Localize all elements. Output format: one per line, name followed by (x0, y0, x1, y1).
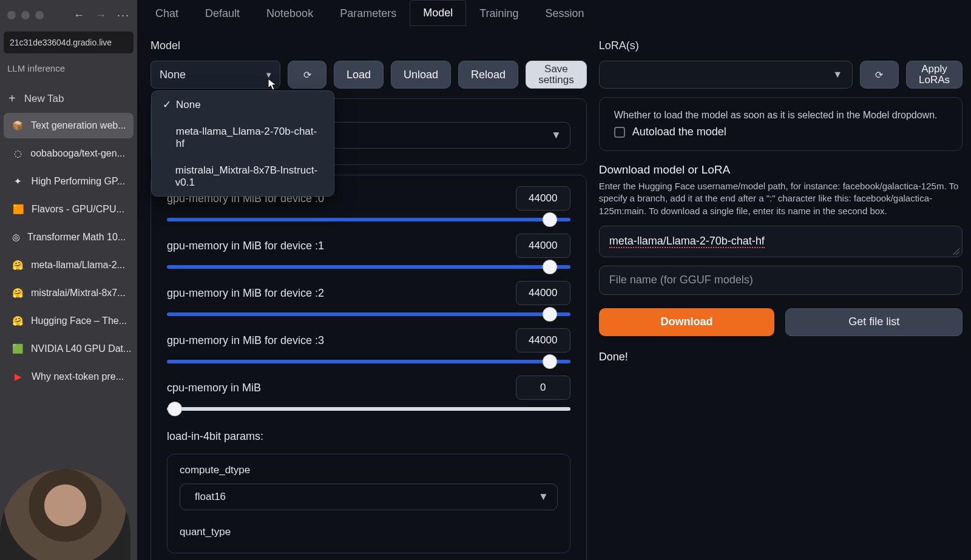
save-settings-line2: settings (538, 75, 574, 86)
model-option-label: None (176, 99, 201, 111)
tab-training[interactable]: Training (466, 0, 532, 27)
model-option-label: meta-llama_Llama-2-70b-chat-hf (176, 126, 323, 150)
download-description: Enter the Hugging Face username/model pa… (599, 180, 963, 217)
model-option-llama2[interactable]: meta-llama_Llama-2-70b-chat-hf (152, 118, 334, 157)
nvidia-icon: 🟩 (12, 343, 24, 355)
get-file-list-button[interactable]: Get file list (785, 308, 963, 336)
tab-session[interactable]: Session (532, 0, 598, 27)
slider-value-box[interactable]: 44000 (516, 328, 570, 353)
tab-parameters[interactable]: Parameters (326, 0, 410, 27)
slider-value-box[interactable]: 44000 (516, 234, 570, 258)
tab-chat[interactable]: Chat (142, 0, 192, 27)
workspace-title: LLM inference (0, 63, 137, 86)
slider-label: gpu-memory in MiB for device :1 (167, 240, 324, 252)
traffic-max-icon[interactable] (35, 11, 44, 19)
save-settings-button[interactable]: Save settings (526, 61, 587, 89)
memory-slider: gpu-memory in MiB for device :144000 (167, 234, 570, 269)
download-button[interactable]: Download (599, 308, 775, 336)
browser-tab-label: mistralai/Mixtral-8x7... (31, 288, 126, 299)
slider-thumb[interactable] (168, 402, 181, 416)
model-dropdown[interactable]: None ▼ ✓ None meta-llama_Llama-2-70b-cha… (151, 61, 280, 89)
compute-dtype-dropdown[interactable]: float16 ▼ (180, 484, 558, 510)
browser-tab-transformer-math[interactable]: ◎ Transformer Math 10... (4, 224, 134, 250)
chevron-down-icon: ▼ (551, 129, 561, 141)
browser-tab-label: Why next-token pre... (32, 371, 124, 382)
unload-button[interactable]: Unload (391, 61, 451, 89)
model-option-label: mistralai_Mixtral-8x7B-Instruct-v0.1 (175, 164, 323, 189)
slider-track[interactable] (167, 360, 570, 363)
slider-value-box[interactable]: 0 (516, 376, 570, 400)
browser-sidebar: ← → ··· 21c31de33604d.gradio.live LLM in… (0, 0, 137, 560)
browser-tab-label: oobabooga/text-gen... (30, 148, 125, 159)
slider-track[interactable] (167, 312, 570, 316)
main-tabs: Chat Default Notebook Parameters Model T… (137, 0, 971, 27)
download-model-input[interactable]: meta-llama/Llama-2-70b-chat-hf (599, 226, 963, 257)
slider-track[interactable] (167, 218, 570, 221)
model-option-none[interactable]: ✓ None (152, 91, 334, 118)
model-dropdown-value: None (160, 69, 186, 81)
model-dropdown-menu: ✓ None meta-llama_Llama-2-70b-chat-hf mi… (151, 90, 334, 197)
tab-default[interactable]: Default (192, 0, 253, 27)
nav-back-icon[interactable]: ← (73, 9, 84, 22)
browser-tab-label: Transformer Math 10... (27, 232, 126, 243)
load-button[interactable]: Load (334, 61, 384, 89)
slider-track[interactable] (167, 265, 570, 269)
browser-tab-gpu-perf[interactable]: ✦ High Performing GP... (4, 169, 134, 194)
slider-thumb[interactable] (543, 355, 557, 368)
slider-thumb[interactable] (543, 260, 557, 274)
browser-tab-textgen[interactable]: 📦 Text generation web... (4, 113, 134, 138)
browser-tab-label: NVIDIA L40 GPU Dat... (31, 343, 131, 354)
apply-loras-button[interactable]: Apply LoRAs (906, 61, 963, 89)
browser-tab-oobabooga[interactable]: ◌ oobabooga/text-gen... (4, 141, 134, 166)
chevron-down-icon: ▼ (538, 491, 549, 503)
app-root: Chat Default Notebook Parameters Model T… (137, 0, 971, 560)
github-icon: ◌ (12, 147, 23, 160)
nav-forward-icon[interactable]: → (95, 9, 106, 22)
compute-dtype-label: compute_dtype (180, 464, 558, 476)
traffic-close-icon[interactable] (7, 11, 16, 19)
slider-label: gpu-memory in MiB for device :3 (167, 334, 324, 347)
nav-more-icon[interactable]: ··· (117, 9, 130, 22)
resize-handle-icon[interactable] (952, 248, 959, 255)
slider-thumb[interactable] (543, 213, 557, 226)
chevron-down-icon: ▼ (833, 69, 842, 80)
memory-card: gpu-memory in MiB for device :044000gpu-… (151, 175, 587, 560)
browser-tab-label: Flavors - GPU/CPU... (32, 204, 124, 215)
autoload-checkbox-row[interactable]: Autoload the model (614, 126, 947, 138)
hf-icon: 🤗 (12, 259, 24, 271)
tab-model[interactable]: Model (410, 0, 466, 27)
lora-dropdown[interactable]: ▼ (599, 61, 853, 89)
browser-tab-youtube[interactable]: ▶ Why next-token pre... (4, 364, 134, 390)
new-tab-button[interactable]: + New Tab (0, 86, 137, 112)
refresh-loras-button[interactable]: ⟳ (860, 61, 899, 89)
compute-dtype-card: compute_dtype float16 ▼ quant_type (167, 454, 570, 553)
autoload-card: Whether to load the model as soon as it … (599, 97, 963, 151)
browser-tab-mixtral[interactable]: 🤗 mistralai/Mixtral-8x7... (4, 280, 134, 306)
slider-thumb[interactable] (543, 308, 557, 321)
browser-tab-flavors[interactable]: 🟧 Flavors - GPU/CPU... (4, 197, 134, 222)
tab-notebook[interactable]: Notebook (253, 0, 326, 27)
download-filename-input[interactable]: File name (for GGUF models) (599, 266, 963, 295)
download-filename-placeholder: File name (for GGUF models) (609, 274, 753, 286)
checkbox-icon[interactable] (614, 127, 625, 138)
address-bar[interactable]: 21c31de33604d.gradio.live (4, 32, 134, 53)
browser-tab-label: Text generation web... (31, 120, 126, 131)
compute-dtype-value: float16 (190, 491, 226, 503)
slider-value-box[interactable]: 44000 (516, 281, 570, 305)
reload-button[interactable]: Reload (458, 61, 518, 89)
refresh-models-button[interactable]: ⟳ (288, 61, 326, 89)
autoload-hint: Whether to load the model as soon as it … (614, 110, 947, 121)
window-controls[interactable] (7, 11, 44, 19)
quant-type-label: quant_type (180, 526, 558, 538)
box-icon: 📦 (12, 120, 24, 132)
traffic-min-icon[interactable] (21, 11, 30, 19)
hf-icon: 🤗 (12, 315, 24, 327)
slider-value-box[interactable]: 44000 (516, 186, 570, 211)
browser-tab-llama2[interactable]: 🤗 meta-llama/Llama-2... (4, 252, 134, 278)
browser-tab-label: Hugging Face – The... (31, 315, 127, 326)
slider-track[interactable] (167, 407, 570, 411)
browser-tab-huggingface[interactable]: 🤗 Hugging Face – The... (4, 308, 134, 334)
titlebar: ← → ··· (0, 0, 137, 30)
model-option-mixtral[interactable]: mistralai_Mixtral-8x7B-Instruct-v0.1 (152, 157, 334, 196)
browser-tab-nvidia[interactable]: 🟩 NVIDIA L40 GPU Dat... (4, 336, 134, 362)
